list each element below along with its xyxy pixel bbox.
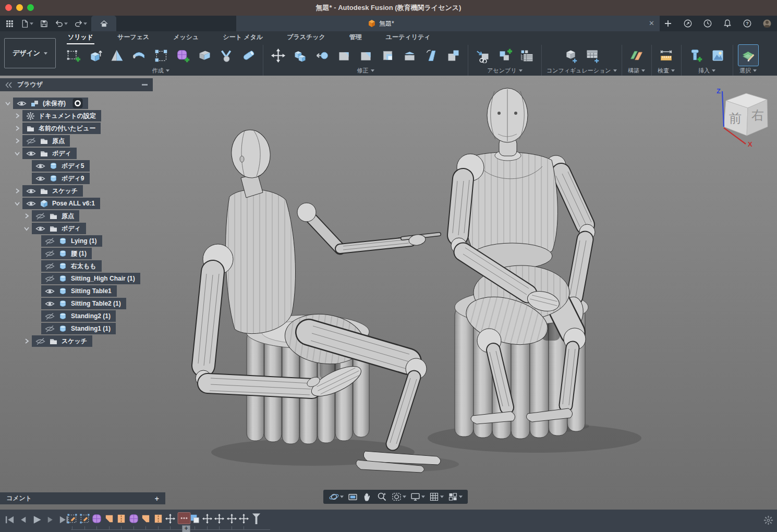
revolve-button[interactable] (107, 45, 127, 66)
visibility-off-icon[interactable] (35, 337, 45, 345)
timeline-feature-boundary-fill[interactable] (140, 513, 151, 525)
insert-derive-button[interactable] (473, 45, 493, 66)
redo-button[interactable] (72, 17, 89, 30)
home-button[interactable] (91, 16, 116, 31)
create-form-button[interactable] (173, 45, 192, 66)
tree-collapse-icon[interactable] (14, 150, 21, 157)
tree-expand-icon[interactable] (14, 187, 21, 195)
notifications-button[interactable] (721, 17, 734, 30)
timeline-feature-stitch[interactable] (153, 513, 164, 525)
tree-expand-icon[interactable] (23, 337, 30, 345)
fillet-button[interactable] (334, 45, 354, 66)
chevron-down-icon[interactable] (340, 495, 344, 498)
tree-expand-icon[interactable] (14, 137, 21, 144)
tree-collapse-icon[interactable] (4, 100, 11, 107)
visibility-on-icon[interactable] (26, 187, 36, 195)
undo-button[interactable] (53, 17, 70, 30)
view-cube[interactable]: Z X 前 右 (713, 85, 775, 148)
ribbon-group-label[interactable]: 検査 (658, 67, 675, 75)
grid-settings-button[interactable] (427, 491, 445, 502)
draft-button[interactable] (421, 45, 441, 66)
sweep-button[interactable] (129, 45, 149, 66)
close-window-button[interactable] (5, 4, 12, 11)
tree-item[interactable]: ボディ (32, 223, 86, 234)
visibility-on-icon[interactable] (35, 175, 45, 183)
timeline-feature-sketch[interactable] (79, 513, 90, 525)
timeline-feature-boundary-fill[interactable] (104, 513, 115, 525)
timeline-feature-copy[interactable] (189, 513, 200, 525)
ribbon-group-label[interactable]: 選択 (739, 67, 757, 75)
pipe-button[interactable] (238, 45, 258, 66)
timeline-feature-form[interactable] (128, 513, 139, 525)
workspace-selector-button[interactable]: デザイン (4, 38, 56, 68)
tree-item[interactable]: Lying (1) (41, 235, 102, 247)
visibility-off-icon[interactable] (26, 137, 36, 145)
tree-item[interactable]: Sitting Table1 (41, 285, 117, 297)
visibility-on-icon[interactable] (35, 162, 45, 170)
timeline-position-handle[interactable]: + (182, 525, 190, 532)
chevron-down-icon[interactable] (403, 495, 406, 498)
timeline-scrubber-track[interactable] (71, 529, 270, 530)
step-back-button[interactable] (18, 514, 29, 525)
pan-button[interactable] (360, 491, 374, 502)
tree-expand-icon[interactable] (23, 212, 30, 220)
comment-bar[interactable]: コメント + (0, 492, 165, 504)
ribbon-tab-プラスチック[interactable]: プラスチック (286, 31, 326, 44)
configure-button[interactable] (561, 45, 580, 66)
timeline-feature-move[interactable] (165, 513, 176, 525)
timeline-feature-form[interactable] (91, 513, 102, 525)
thicken-button[interactable] (195, 45, 214, 66)
document-tab-close-icon[interactable]: ✕ (649, 19, 654, 28)
minimize-window-button[interactable] (16, 4, 23, 11)
new-file-button[interactable] (18, 17, 35, 30)
document-tab[interactable]: 無題* ✕ (236, 16, 660, 31)
scale-button[interactable] (443, 45, 463, 66)
timeline-feature-move[interactable] (214, 513, 225, 525)
visibility-off-icon[interactable] (35, 212, 45, 220)
ribbon-tab-サーフェス[interactable]: サーフェス (116, 31, 150, 44)
visibility-off-icon[interactable] (45, 325, 55, 333)
ribbon-tab-管理[interactable]: 管理 (348, 31, 363, 44)
capture-position-button[interactable] (72, 98, 83, 108)
chevron-down-icon[interactable] (459, 495, 463, 498)
job-status-button[interactable] (701, 17, 714, 30)
tree-item[interactable]: 原点 (32, 210, 79, 222)
visibility-off-icon[interactable] (45, 312, 55, 320)
new-component-button[interactable] (495, 45, 515, 66)
look-at-button[interactable] (346, 491, 360, 502)
ribbon-tab-ソリッド[interactable]: ソリッド (67, 31, 94, 44)
canvas-button[interactable] (708, 45, 728, 66)
timeline-feature-end-marker[interactable] (251, 513, 262, 525)
visibility-on-icon[interactable] (45, 287, 55, 295)
tree-item[interactable]: Sitting Table2 (1) (41, 298, 126, 309)
add-comment-icon[interactable]: + (155, 494, 159, 503)
visibility-off-icon[interactable] (45, 262, 55, 270)
tree-item[interactable]: Pose ALL v6:1 (22, 198, 100, 209)
tree-item[interactable]: ボディ (22, 148, 77, 159)
tree-item[interactable]: スケッチ (22, 185, 83, 197)
tree-item[interactable]: 右太もも (41, 260, 102, 272)
display-settings-button[interactable] (408, 491, 427, 502)
go-to-start-button[interactable] (4, 514, 15, 525)
tree-item[interactable]: Sitting_High Chair (1) (41, 273, 140, 284)
tree-item[interactable]: ボディ5 (32, 160, 90, 172)
add-tab-button[interactable] (661, 17, 675, 30)
help-button[interactable]: ? (740, 17, 754, 30)
timeline-feature-move[interactable] (226, 513, 237, 525)
visibility-on-icon[interactable] (17, 100, 27, 107)
timeline-feature-move[interactable] (202, 513, 213, 525)
tree-item[interactable]: 名前の付いたビュー (22, 123, 101, 134)
extensions-button[interactable] (681, 17, 695, 30)
combine-button[interactable] (290, 45, 310, 66)
insert-fastener-button[interactable] (686, 45, 706, 66)
viewport-3d[interactable]: Z X 前 右 ブラウザ (未保存)ドキュメントの設定名前の付いたビュー原点ボデ… (0, 76, 777, 532)
measure-button[interactable] (657, 45, 676, 66)
chevron-down-icon[interactable] (421, 495, 425, 498)
press-pull-button[interactable] (312, 45, 332, 66)
collapse-panel-icon[interactable] (5, 82, 12, 88)
timeline-feature-group-selected[interactable] (177, 512, 191, 524)
play-button[interactable] (31, 514, 42, 525)
tree-item[interactable]: ボディ9 (32, 173, 90, 184)
minimize-panel-icon[interactable] (142, 84, 148, 86)
timeline-feature-stitch[interactable] (116, 513, 127, 525)
